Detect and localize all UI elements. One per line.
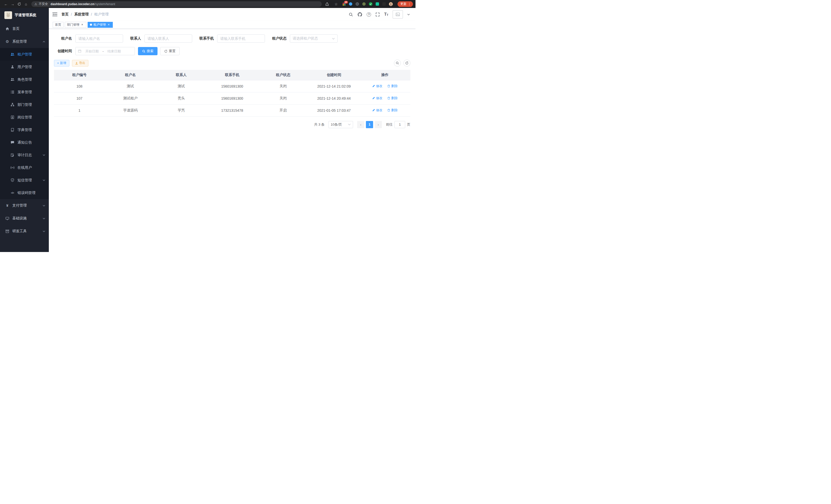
profile-avatar-icon[interactable] (389, 2, 393, 6)
tab-close-icon[interactable]: × (107, 23, 111, 26)
sidebar-item-label: 研发工具 (12, 229, 27, 234)
total-count: 共 3 条 (314, 122, 324, 127)
font-size-icon[interactable]: TT (384, 12, 388, 17)
help-icon[interactable]: ? (367, 12, 371, 17)
sidebar-item-user[interactable]: 用户管理 (0, 61, 49, 73)
fullscreen-icon[interactable] (375, 12, 380, 17)
contact-input[interactable] (144, 34, 192, 42)
back-icon[interactable]: ← (3, 1, 9, 7)
update-label: 更新 (400, 2, 406, 6)
tab-dept[interactable]: 部门管理 × (65, 22, 86, 28)
tenant-name-input[interactable] (75, 34, 123, 42)
sidebar-item-role[interactable]: 角色管理 (0, 73, 49, 86)
page-number-button[interactable]: 1 (366, 121, 373, 128)
cell-created: 2021-01-05 17:03:47 (309, 104, 360, 116)
sidebar-item-tenant[interactable]: 租户管理 (0, 48, 49, 61)
search-button[interactable]: 搜索 (138, 47, 157, 55)
security-warning-icon[interactable]: ⚠ (34, 2, 37, 6)
reset-button[interactable]: 重置 (160, 47, 180, 55)
github-icon[interactable] (357, 12, 362, 17)
extension-icon[interactable] (369, 2, 373, 6)
extension-icon[interactable] (362, 2, 366, 6)
extension-icon[interactable] (348, 2, 353, 6)
sidebar-toggle-icon[interactable] (52, 12, 57, 17)
chevron-down-icon[interactable] (407, 13, 410, 16)
reload-icon[interactable] (16, 1, 23, 7)
share-icon[interactable] (324, 1, 331, 7)
create-time-range-picker[interactable]: - (75, 47, 135, 55)
search-icon[interactable] (349, 12, 353, 17)
browser-menu-icon[interactable]: ⋮ (408, 2, 411, 6)
extension-icon[interactable]: 10 (342, 2, 346, 6)
tab-home[interactable]: 首页 (53, 22, 63, 28)
browser-update-button[interactable]: 更新 ⋮ (398, 1, 413, 7)
app-logo[interactable]: 芋道管理系统 (0, 8, 49, 22)
delete-button[interactable]: 删除 (387, 84, 398, 88)
breadcrumb-current: 租户管理 (94, 12, 109, 17)
reset-button-label: 重置 (169, 49, 175, 53)
sidebar-item-audit[interactable]: 审计日志 (0, 149, 49, 161)
sidebar-item-online[interactable]: 在线用户 (0, 161, 49, 174)
sidebar-item-label: 岗位管理 (18, 115, 32, 120)
table-row: 1 芋道源码 芋艿 17321315478 开启 2021-01-05 17:0… (54, 104, 410, 116)
breadcrumb-separator: / (71, 12, 72, 17)
sidebar-item-post[interactable]: 岗位管理 (0, 111, 49, 124)
home-icon[interactable]: ⌂ (23, 1, 29, 7)
tenant-status-select[interactable]: 请选择租户状态 (290, 34, 338, 42)
start-date-input[interactable] (83, 49, 102, 53)
page-size-value: 10条/页 (331, 122, 342, 127)
sidebar-item-home[interactable]: 首页 (0, 22, 49, 35)
breadcrumb-separator: / (91, 12, 92, 17)
address-bar[interactable]: ⚠ 不安全 dashboard.yudao.iocoder.cn/system/… (31, 1, 322, 7)
sidebar-item-devtools[interactable]: 研发工具 (0, 225, 49, 238)
cell-actions: 修改 删除 (360, 92, 410, 104)
extension-icon[interactable] (355, 2, 360, 6)
sidebar-item-system[interactable]: ⚙ 系统管理 (0, 35, 49, 48)
sidebar-item-menu[interactable]: 菜单管理 (0, 86, 49, 98)
menu-list-icon (10, 90, 15, 94)
add-button-label: 新增 (60, 61, 66, 65)
column-header: 联系手机 (207, 70, 257, 80)
refresh-button[interactable] (403, 60, 410, 66)
forward-icon[interactable]: → (9, 1, 16, 7)
sidebar-item-errorcode[interactable]: </> 错误码管理 (0, 186, 49, 199)
prev-page-button[interactable]: ‹ (357, 121, 364, 128)
sidebar-item-dept[interactable]: 部门管理 (0, 98, 49, 111)
bookmark-star-icon[interactable]: ☆ (333, 1, 339, 7)
delete-button[interactable]: 删除 (387, 108, 398, 113)
sidebar-item-label: 支付管理 (12, 203, 27, 208)
delete-button[interactable]: 删除 (387, 96, 398, 100)
calendar-icon (78, 49, 82, 53)
end-date-input[interactable] (105, 49, 123, 53)
extension-icon[interactable] (375, 2, 379, 6)
chevron-down-icon (42, 217, 45, 219)
chevron-down-icon (348, 124, 351, 125)
edit-button[interactable]: 修改 (372, 84, 382, 88)
security-label: 不安全 (39, 2, 48, 6)
sidebar-item-infra[interactable]: 基础设施 (0, 212, 49, 225)
cell-status: 关闭 (258, 92, 309, 104)
user-avatar[interactable] (393, 10, 403, 19)
export-button[interactable]: 导出 (72, 60, 88, 66)
sidebar-item-sms[interactable]: 短信管理 (0, 174, 49, 186)
tab-tenant[interactable]: 租户管理 × (88, 22, 113, 28)
phone-input[interactable] (217, 34, 265, 42)
sidebar-item-notice[interactable]: 通知公告 (0, 136, 49, 149)
goto-page-input[interactable] (395, 121, 405, 128)
next-page-button[interactable]: › (375, 121, 382, 128)
sidebar-item-label: 系统管理 (12, 39, 27, 44)
edit-button[interactable]: 修改 (372, 108, 382, 113)
add-button[interactable]: + 新增 (54, 60, 69, 66)
sidebar-item-dict[interactable]: 字典管理 (0, 124, 49, 136)
edit-button[interactable]: 修改 (372, 96, 382, 100)
toggle-search-button[interactable] (394, 60, 401, 66)
status-label: 租户状态 (272, 36, 287, 41)
breadcrumb-home[interactable]: 首页 (61, 12, 68, 17)
system-submenu: 租户管理 用户管理 角色管理 (0, 48, 49, 199)
sidebar-item-payment[interactable]: ¥ 支付管理 (0, 199, 49, 212)
extension-icon[interactable] (382, 2, 386, 6)
tab-close-icon[interactable]: × (80, 23, 84, 26)
page-size-select[interactable]: 10条/页 (328, 121, 353, 128)
announcement-icon (10, 140, 15, 145)
breadcrumb-system[interactable]: 系统管理 (74, 12, 89, 17)
